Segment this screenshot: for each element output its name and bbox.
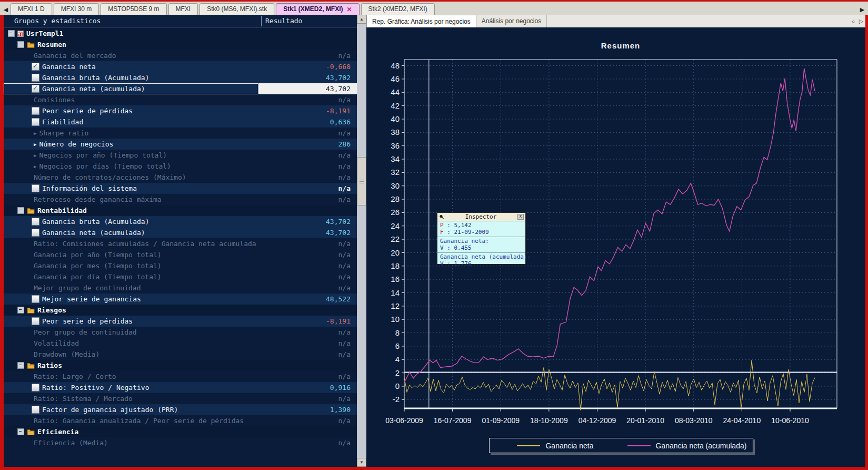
scrollbar-thumb[interactable] <box>357 157 366 205</box>
table-row[interactable]: Ganancia del mercadon/a <box>4 50 357 61</box>
table-row[interactable]: ▶Sharpe ration/a <box>4 128 357 139</box>
row-label-cell[interactable]: Información del sistema <box>4 183 258 194</box>
table-row[interactable]: Ganancia neta (acumulada)43,702 <box>4 227 357 238</box>
row-label-cell[interactable]: ▶Negocios por días (Tiempo total) <box>4 161 258 172</box>
report-tab-0[interactable]: Rep. Gráfica: Análisis por negocios <box>366 15 476 27</box>
table-row[interactable]: Eficiencia <box>4 426 357 437</box>
table-row[interactable]: Ratio: Largo / Corton/a <box>4 371 357 382</box>
table-row[interactable]: Ganancia por mes (Tiempo total)n/a <box>4 260 357 271</box>
document-tab-4[interactable]: Stk0 (MS6, MFXI).stk <box>199 3 274 15</box>
table-row[interactable]: Ratio: Comisiones acumuladas / Ganancia … <box>4 238 357 249</box>
table-row[interactable]: Información del sisteman/a <box>4 183 357 194</box>
row-label-cell[interactable]: Ganancia neta (acumulada) <box>4 227 258 238</box>
row-label-cell[interactable]: Ganancia por año (Tiempo total) <box>4 249 258 260</box>
row-label-cell[interactable]: Ganancia neta <box>4 61 258 72</box>
row-checkbox[interactable] <box>32 118 39 126</box>
document-tab-3[interactable]: MFXI <box>168 3 198 15</box>
row-label-cell[interactable]: Drawdown (Media) <box>4 349 258 360</box>
row-label-cell[interactable]: Ganancia bruta (Acumulada) <box>4 72 258 83</box>
row-label-cell[interactable]: Ganancia por día (Tiempo total) <box>4 271 258 282</box>
row-label-cell[interactable]: Volatilidad <box>4 338 258 349</box>
collapse-icon[interactable] <box>17 307 24 314</box>
chart-area[interactable]: -202468101214161820222426283032343638404… <box>366 27 865 467</box>
row-checkbox[interactable] <box>32 317 39 325</box>
row-label-cell[interactable]: Ratio: Positivo / Negativo <box>4 382 258 393</box>
table-row[interactable]: Riesgos <box>4 305 357 316</box>
row-label-cell[interactable]: UsrTempl1 <box>4 28 258 39</box>
report-scroll-right-icon[interactable]: ▷ <box>857 15 865 27</box>
document-tab-6[interactable]: Stk2 (XMED2, MFXI) <box>361 3 435 15</box>
report-tab-1[interactable]: Análisis por negocios <box>476 15 547 27</box>
row-label-cell[interactable]: Ratio: Comisiones acumuladas / Ganancia … <box>4 238 258 249</box>
table-row[interactable]: Ganancia bruta (Acumulada)43,702 <box>4 216 357 227</box>
table-row[interactable]: Mejor grupo de continuidadn/a <box>4 282 357 293</box>
collapse-icon[interactable] <box>8 30 15 37</box>
expand-arrow-icon[interactable]: ▶ <box>34 142 36 147</box>
tree-scrollbar[interactable]: ▲ ▼ <box>357 15 366 467</box>
scroll-down-icon[interactable]: ▼ <box>357 458 366 467</box>
collapse-icon[interactable] <box>17 41 24 48</box>
row-label-cell[interactable]: Ratios <box>4 360 258 371</box>
row-label-cell[interactable]: Número de contratos/acciones (Máximo) <box>4 172 258 183</box>
row-label-cell[interactable]: Fiabilidad <box>4 116 258 128</box>
row-label-cell[interactable]: Peor grupo de continuidad <box>4 327 258 338</box>
row-label-cell[interactable]: Riesgos <box>4 305 258 316</box>
expand-arrow-icon[interactable]: ▶ <box>34 164 36 169</box>
table-row[interactable]: Ratio: Sistema / Mercadon/a <box>4 393 357 404</box>
row-label-cell[interactable]: Ganancia por mes (Tiempo total) <box>4 260 258 271</box>
row-label-cell[interactable]: Resumen <box>4 39 258 50</box>
table-row[interactable]: Retroceso desde ganancia máximan/a <box>4 194 357 205</box>
tab-scroll-right-icon[interactable]: ▶ <box>857 4 867 15</box>
row-label-cell[interactable]: Ratio: Largo / Corto <box>4 371 258 382</box>
tab-close-icon[interactable]: ✕ <box>347 6 352 13</box>
table-row[interactable]: ▶Negocios por año (Tiempo total)n/a <box>4 150 357 161</box>
table-row[interactable]: Factor de ganancia ajustado (PRR)1,390 <box>4 404 357 415</box>
table-row[interactable]: Ratio: Positivo / Negativo0,916 <box>4 382 357 393</box>
row-checkbox[interactable] <box>32 74 39 82</box>
table-row[interactable]: Resumen <box>4 39 357 50</box>
table-row[interactable]: Ganancia bruta (Acumulada)43,702 <box>4 72 357 83</box>
row-checkbox[interactable] <box>32 229 39 237</box>
table-row[interactable]: Número de contratos/acciones (Máximo)n/a <box>4 172 357 183</box>
table-row[interactable]: Ratios <box>4 360 357 371</box>
row-label-cell[interactable]: Ratio: Sistema / Mercado <box>4 393 258 404</box>
row-label-cell[interactable]: Mejor grupo de continuidad <box>4 282 258 293</box>
row-label-cell[interactable]: Ratio: Ganancia anualizada / Peor serie … <box>4 415 258 426</box>
column-divider[interactable] <box>261 16 262 26</box>
document-tab-5[interactable]: Stk1 (XMED2, MFXI)✕ <box>276 3 359 15</box>
document-tab-0[interactable]: MFXI 1 D <box>11 3 52 15</box>
row-label-cell[interactable]: Retroceso desde ganancia máxima <box>4 194 258 205</box>
document-tab-2[interactable]: MSTOP5DSE 9 m <box>101 3 166 15</box>
table-row[interactable]: Drawdown (Media)n/a <box>4 349 357 360</box>
document-tab-1[interactable]: MFXI 30 m <box>54 3 99 15</box>
row-label-cell[interactable]: Mejor serie de ganancias <box>4 293 258 305</box>
table-row[interactable]: ▶Negocios por días (Tiempo total)n/a <box>4 161 357 172</box>
row-label-cell[interactable]: ▶Negocios por año (Tiempo total) <box>4 150 258 161</box>
inspector-titlebar[interactable]: Inspector x <box>437 213 525 221</box>
row-checkbox[interactable] <box>32 384 39 391</box>
row-checkbox[interactable] <box>32 85 39 93</box>
table-row[interactable]: Peor serie de pérdidas-8,191 <box>4 316 357 327</box>
pin-icon[interactable] <box>439 214 444 220</box>
table-row[interactable]: Ganancia neta (acumulada)43,702 <box>4 83 357 94</box>
table-row[interactable]: Ratio: Ganancia anualizada / Peor serie … <box>4 415 357 426</box>
row-label-cell[interactable]: Ganancia neta (acumulada) <box>4 83 258 94</box>
row-checkbox[interactable] <box>32 295 39 303</box>
inspector-panel[interactable]: Inspector x P : 5,142 F : 21-09-2009 Gan… <box>437 212 526 265</box>
row-checkbox[interactable] <box>32 184 39 192</box>
row-label-cell[interactable]: Eficiencia (Media) <box>4 437 258 448</box>
table-row[interactable]: Fiabilidad0,636 <box>4 116 357 128</box>
expand-arrow-icon[interactable]: ▶ <box>34 153 36 158</box>
row-label-cell[interactable]: Peor serie de pérdidas <box>4 316 258 327</box>
table-row[interactable]: Comisionesn/a <box>4 94 357 105</box>
row-checkbox[interactable] <box>32 218 39 226</box>
table-row[interactable]: Volatilidadn/a <box>4 338 357 349</box>
row-label-cell[interactable]: ▶Sharpe ratio <box>4 128 258 139</box>
table-row[interactable]: Ganancia neta-0,668 <box>4 61 357 72</box>
table-row[interactable]: Peor serie de pérdidas-8,191 <box>4 105 357 116</box>
table-row[interactable]: Peor grupo de continuidadn/a <box>4 327 357 338</box>
table-row[interactable]: Eficiencia (Media)n/a <box>4 437 357 448</box>
row-checkbox[interactable] <box>32 406 39 414</box>
row-label-cell[interactable]: Eficiencia <box>4 426 258 437</box>
report-scroll-left-icon[interactable]: ◃ <box>849 15 857 27</box>
